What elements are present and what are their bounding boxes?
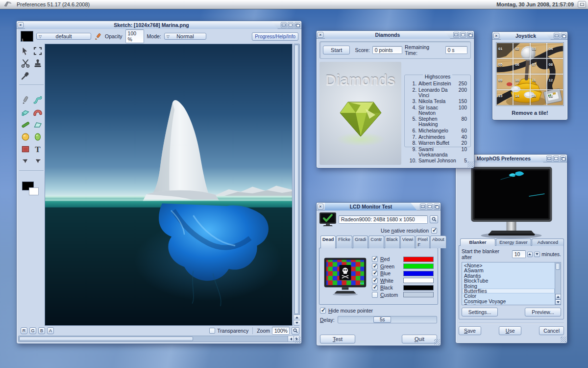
tool-circle[interactable] [19,131,31,143]
quit-button[interactable]: Quit [402,335,437,343]
tool-arc[interactable] [31,106,44,118]
window-diamonds[interactable]: × Diamonds Start Score: 0 points Remaini… [316,30,474,168]
shade-button[interactable] [453,32,459,38]
list-scroll-up[interactable] [555,294,561,299]
zoom-field[interactable]: 100% [272,327,290,335]
preset-popup[interactable]: ▽ default [36,33,91,40]
depth-button[interactable] [467,32,473,38]
puzzle-tile[interactable]: 03 [530,43,547,58]
minutes-up-button[interactable] [527,252,533,257]
tool-text[interactable]: T [31,143,44,155]
tool-polygon[interactable] [31,118,44,131]
sketch-titlebar[interactable]: × Sketch: [1024x768] Marina.png [17,21,301,29]
green-checkbox[interactable] [372,263,378,269]
progress-help-info-button[interactable]: Progress/Help/Info [252,32,298,41]
mode-popup[interactable]: ▽ Normal [164,33,206,40]
custom-checkbox[interactable] [372,292,378,298]
channel-b-button[interactable]: B [38,327,45,334]
white-checkbox[interactable] [372,278,378,284]
tool-arrow-left[interactable] [19,155,31,167]
device-lens-button[interactable] [430,215,438,223]
list-scroll-thumb[interactable] [556,263,560,270]
preview-button[interactable]: Preview... [525,308,561,316]
tab-pixel[interactable]: Pixel F [416,236,430,248]
tab-viewing[interactable]: Viewi [400,236,416,248]
puzzle-tile[interactable]: 08 [547,58,564,74]
hide-pointer-checkbox[interactable] [320,308,326,314]
channel-a-button[interactable]: A [47,327,54,334]
window-lcd-monitor-test[interactable]: × LCD Monitor Test Radeon9000: 24Bit 168… [316,202,441,346]
horizontal-scrollbar[interactable] [18,336,300,342]
zoom-button[interactable] [460,32,466,38]
puzzle-tile[interactable]: 13 [496,90,513,105]
depth-button[interactable] [294,22,300,28]
lcd-titlebar[interactable]: × LCD Monitor Test [317,203,441,210]
tool-pointer[interactable] [19,45,31,57]
cancel-button[interactable]: Cancel [539,326,564,335]
vscroll-thumb[interactable] [294,45,299,314]
zoom-lens-button[interactable] [292,327,299,335]
channel-g-button[interactable]: G [29,327,36,334]
puzzle-tile[interactable]: 15 [530,90,547,105]
tool-scissors[interactable] [19,57,31,69]
blanker-list[interactable]: <None> ASwarm Atlantis BlockTube Boing B… [462,262,555,305]
list-scroll-down[interactable] [555,299,561,305]
tab-contrast[interactable]: Contr [368,236,384,248]
tool-rectangle[interactable] [19,143,31,155]
hscroll-thumb[interactable] [19,337,193,341]
zoom-button[interactable] [427,204,433,210]
puzzle-tile[interactable]: 11 [530,74,547,90]
puzzle-tile[interactable]: 02 [513,43,530,58]
puzzle-board[interactable]: 01 02 03 04 05 06 07 08 09 10 11 12 13 1… [496,42,564,106]
tool-ellipse[interactable] [31,131,44,143]
diamonds-titlebar[interactable]: × Diamonds [317,31,474,39]
close-button[interactable]: × [18,22,24,28]
tab-black[interactable]: Black [385,236,400,248]
background-swatch[interactable] [29,187,39,195]
blanker-list-scrollbar[interactable] [555,262,561,305]
delay-slider[interactable]: 5s [338,316,437,323]
use-button[interactable]: Use [499,326,521,335]
blanker-item[interactable]: Feathers [462,304,555,305]
window-joystick[interactable]: × Joystick [492,31,568,120]
tab-dead[interactable]: Dead [320,236,336,248]
shade-button[interactable] [546,156,552,161]
channel-r-button[interactable]: R [21,327,27,334]
window-morphos-preferences[interactable]: × MorphOS Preferences [455,154,567,343]
save-button[interactable]: Save [459,326,481,335]
puzzle-tile[interactable]: 07 [530,58,547,74]
tool-curve[interactable] [31,94,44,106]
tool-fill[interactable] [19,106,31,118]
blue-checkbox[interactable] [372,270,378,276]
puzzle-tile[interactable]: 01 [496,43,513,58]
screenbar-button[interactable] [578,1,586,8]
puzzle-tile[interactable]: 09 [496,74,513,90]
tab-gradient[interactable]: Gradi [353,236,368,248]
shade-button[interactable] [554,33,560,39]
depth-button[interactable] [561,33,566,39]
resize-gadget[interactable] [467,161,473,167]
device-field[interactable]: Radeon9000: 24Bit 1680 x 1050 [339,215,428,224]
blanker-minutes-field[interactable]: 10 [512,250,526,258]
vertical-scrollbar[interactable] [294,44,300,326]
start-button[interactable]: Start [323,46,350,54]
red-checkbox[interactable] [372,256,378,262]
puzzle-tile[interactable]: 04 [547,43,564,58]
scroll-left-button[interactable] [288,336,294,342]
tab-flicker[interactable]: Flicke [336,236,352,248]
depth-button[interactable] [560,156,566,161]
minutes-down-button[interactable] [534,252,540,257]
zoom-button[interactable] [288,22,294,28]
zoom-button[interactable] [553,156,559,161]
window-sketch[interactable]: × Sketch: [1024x768] Marina.png 1 ▽ defa… [16,21,302,344]
tab-blanker[interactable]: Blanker [460,238,495,246]
fg-bg-swatches[interactable] [22,182,39,196]
joystick-titlebar[interactable]: × Joystick [492,32,567,40]
resize-gadget[interactable] [561,337,566,342]
tool-color-picker[interactable] [19,69,30,81]
close-button[interactable]: × [318,204,323,210]
tool-pencil[interactable] [19,94,31,106]
resize-gadget[interactable] [295,337,301,343]
shade-button[interactable] [420,204,426,210]
close-button[interactable]: × [493,33,499,39]
